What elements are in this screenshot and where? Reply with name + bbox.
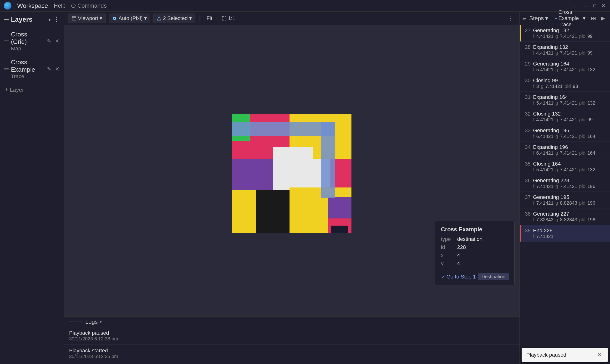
step-details: f5.41421g7.41421pld132 <box>533 167 607 172</box>
step-name: Closing 132 <box>533 111 607 117</box>
map-canvas <box>232 114 351 233</box>
layer-edit-button[interactable]: ✎ <box>46 37 52 45</box>
tooltip-popup: Cross Example type destination id 228 x … <box>435 221 515 286</box>
window-controls: — □ ✕ <box>583 3 606 9</box>
step-row[interactable]: 36 Generating 228 f7.41421g7.41421pld196 <box>520 175 610 192</box>
svg-point-24 <box>556 18 556 19</box>
step-indicator <box>520 225 521 242</box>
step-row[interactable]: 33 Generating 196 f6.41421g7.41421pld164 <box>520 125 610 142</box>
step-indicator <box>520 158 521 175</box>
step-row[interactable]: 31 Expanding 164 f5.41421g7.41421pld132 <box>520 92 610 108</box>
layer-info: Cross (Grid) Map <box>11 31 44 52</box>
trace-selector[interactable]: Cross Example Trace ▾ <box>555 9 585 28</box>
selected-label: 2 Selected <box>163 15 188 21</box>
minimize-button[interactable]: — <box>583 3 589 9</box>
steps-button[interactable]: Steps ▾ <box>522 15 548 22</box>
step-number: 30 <box>522 78 531 84</box>
hamburger-icon[interactable] <box>4 18 9 21</box>
layers-chevron-icon[interactable]: ▾ <box>48 17 51 22</box>
trace-label: Cross Example Trace <box>558 9 581 28</box>
one-to-one-button[interactable]: 1:1 <box>219 14 239 23</box>
expand-icon <box>222 16 227 21</box>
step-number: 29 <box>522 61 531 67</box>
step-details: f6.41421g7.41421pld164 <box>533 150 607 156</box>
step-details: f5.41421g7.41421pld132 <box>533 100 607 106</box>
step-number: 31 <box>522 94 531 100</box>
step-row[interactable]: 28 Expanding 132 f4.41421g7.41421pld99 <box>520 42 610 58</box>
svg-point-3 <box>114 18 115 19</box>
tooltip-goto-area: ↗ Go to Step 1 Destination <box>441 270 509 280</box>
tooltip-type-value: destination <box>457 236 482 242</box>
content-area: Viewport ▾ Auto (Pixi) ▾ 2 Selected ▾ Fi… <box>64 12 519 364</box>
step-name: Closing 164 <box>533 161 607 167</box>
step-row[interactable]: 37 Generating 195 f7.41421g8.82843pld196 <box>520 192 610 208</box>
step-row[interactable]: 38 Generating 227 f7.82843g8.82843pld196 <box>520 208 610 225</box>
svg-rect-16 <box>321 122 335 198</box>
selected-button[interactable]: 2 Selected ▾ <box>153 13 195 23</box>
fit-button[interactable]: Fit <box>203 14 216 23</box>
notification-close-button[interactable]: ✕ <box>596 351 603 359</box>
step-row[interactable]: 27 Generating 132 f4.41421g7.41421pld99 <box>520 25 610 42</box>
step-row[interactable]: 35 Closing 164 f5.41421g7.41421pld132 <box>520 158 610 175</box>
trace-chevron-icon: ▾ <box>583 15 585 21</box>
nav-commands[interactable]: Commands <box>71 2 107 9</box>
nav-workspace[interactable]: Workspace <box>17 2 48 10</box>
step-indicator <box>520 208 521 225</box>
maximize-button[interactable]: □ <box>592 3 597 9</box>
layer-edit-button[interactable]: ✎ <box>46 65 52 73</box>
selection-icon <box>157 16 162 21</box>
layer-item-cross-example: Cross Example Trace ✎ ✕ <box>0 55 64 83</box>
step-details: f7.41421g7.41421pld196 <box>533 184 607 189</box>
step-content: Generating 196 f6.41421g7.41421pld164 <box>533 128 607 139</box>
content-more-button[interactable]: ⋮ <box>505 13 516 23</box>
tooltip-id-label: id <box>441 244 455 250</box>
step-name: Expanding 132 <box>533 44 607 50</box>
layer-delete-button[interactable]: ✕ <box>54 65 60 73</box>
playback-play-button[interactable]: ▶ <box>599 14 607 23</box>
step-details: f7.41421 <box>533 234 607 239</box>
layer-type: Map <box>11 46 44 52</box>
viewport-chevron-icon: ▾ <box>100 15 102 21</box>
step-content: Closing 99 f3g7.41421pld98 <box>533 78 607 89</box>
tooltip-title: Cross Example <box>441 226 509 233</box>
drag-handle-icon[interactable] <box>4 40 9 42</box>
layers-header: Layers ▾ ⋮ <box>0 12 64 27</box>
svg-rect-21 <box>523 18 526 19</box>
logs-chevron-icon[interactable]: ▾ <box>100 319 102 325</box>
log-entry: Trace loaded, 40 steps 30/11/2023 6:10:3… <box>64 362 519 364</box>
one-to-one-label: 1:1 <box>228 15 235 21</box>
nav-help[interactable]: Help <box>54 2 65 9</box>
add-layer-button[interactable]: + Layer <box>0 83 64 96</box>
log-entry: Playback started 30/11/2023 6:12:35 pm <box>64 345 519 362</box>
step-row[interactable]: 34 Expanding 196 f6.41421g7.41421pld164 <box>520 142 610 158</box>
canvas-container[interactable]: Cross Example type destination id 228 x … <box>64 25 519 316</box>
close-button[interactable]: ✕ <box>600 3 606 9</box>
step-name: Generating 196 <box>533 128 607 134</box>
svg-rect-19 <box>331 219 348 226</box>
step-row[interactable]: 30 Closing 99 f3g7.41421pld98 <box>520 75 610 92</box>
right-panel: Steps ▾ Cross Example Trace ▾ ⏮ ▶ ⏭ ⋮ <box>519 12 610 364</box>
viewport-label: Viewport <box>78 15 98 21</box>
step-indicator <box>520 125 521 142</box>
step-number: 38 <box>522 211 531 217</box>
viewport-button[interactable]: Viewport ▾ <box>68 13 106 23</box>
auto-pixi-button[interactable]: Auto (Pixi) ▾ <box>109 13 150 23</box>
goto-step-button[interactable]: ↗ Go to Step 1 <box>441 274 476 280</box>
layers-more-button[interactable]: ⋮ <box>53 15 60 24</box>
step-name: Generating 228 <box>533 178 607 184</box>
step-row[interactable]: 39 End 228 f7.41421 <box>520 225 610 242</box>
selected-chevron-icon: ▾ <box>189 15 192 21</box>
playback-last-button[interactable]: ⏭ <box>608 14 610 23</box>
playback-first-button[interactable]: ⏮ <box>589 14 598 23</box>
step-row[interactable]: 29 Generating 164 f5.41421g7.41421pld132 <box>520 58 610 75</box>
drag-handle-icon[interactable] <box>4 68 9 70</box>
tooltip-id-row: id 228 <box>441 244 509 250</box>
layer-delete-button[interactable]: ✕ <box>54 37 60 45</box>
step-number: 34 <box>522 144 531 150</box>
step-details: f3g7.41421pld98 <box>533 84 607 89</box>
step-content: Expanding 196 f6.41421g7.41421pld164 <box>533 144 607 156</box>
step-name: End 228 <box>533 228 607 234</box>
tooltip-y-label: y <box>441 260 455 267</box>
step-row[interactable]: 32 Closing 132 f4.41421g7.41421pld99 <box>520 108 610 125</box>
svg-rect-22 <box>523 20 525 20</box>
